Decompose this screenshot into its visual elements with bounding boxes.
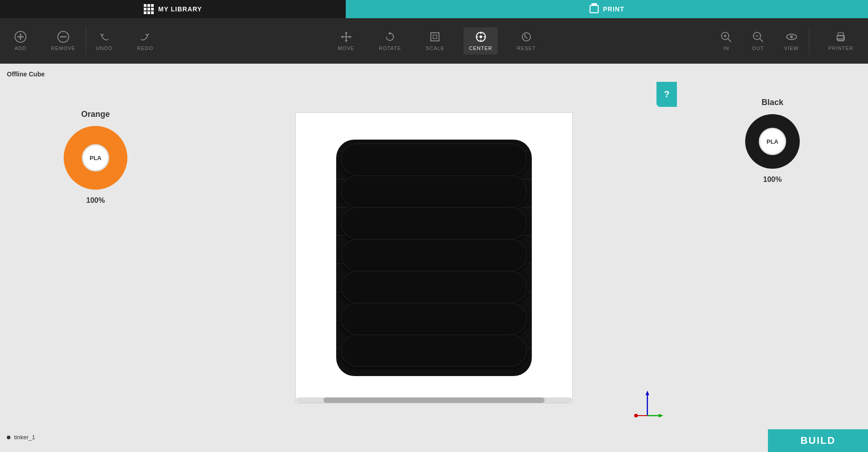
redo-label: REDO <box>137 45 153 51</box>
right-filament-display: Black PLA 100% <box>745 98 800 184</box>
right-tools: PRINTER <box>823 27 859 55</box>
add-icon <box>15 31 26 43</box>
svg-marker-37 <box>659 414 663 417</box>
layer-7 <box>341 334 527 367</box>
help-button[interactable]: ? <box>656 82 677 107</box>
left-filament-name: Orange <box>81 110 110 119</box>
object-name: tinker_1 <box>14 434 35 441</box>
zoom-out-button[interactable]: OUT <box>747 27 769 55</box>
redo-icon <box>139 31 151 43</box>
build-button[interactable]: BUILD <box>768 429 868 452</box>
print-label: PRINT <box>603 5 625 13</box>
print-bed[interactable] <box>295 112 573 403</box>
svg-line-22 <box>728 39 731 42</box>
left-filament-type: PLA <box>90 155 101 161</box>
view-button[interactable]: VIEW <box>779 27 804 55</box>
zoom-in-icon <box>720 31 732 43</box>
library-label: MY LIBRARY <box>158 5 202 13</box>
help-label: ? <box>664 89 669 100</box>
layer-5 <box>341 271 527 303</box>
undo-button[interactable]: UNDO <box>91 27 118 55</box>
layer-6 <box>341 302 527 335</box>
panel-title: Offline Cube <box>7 70 184 78</box>
right-filament-spool[interactable]: PLA <box>745 114 800 169</box>
layer-3 <box>341 207 527 240</box>
remove-button[interactable]: REMOVE <box>45 27 81 55</box>
right-filament-type: PLA <box>767 138 778 145</box>
scale-icon <box>429 31 441 43</box>
add-label: ADD <box>15 45 26 51</box>
tool-group-history: UNDO REDO <box>91 27 159 55</box>
bed-scrollbar[interactable] <box>296 397 572 403</box>
undo-icon <box>98 31 110 43</box>
zoom-in-button[interactable]: IN <box>715 27 737 55</box>
svg-point-39 <box>634 414 638 417</box>
list-bullet <box>7 436 10 439</box>
rotate-label: ROTATE <box>379 45 401 51</box>
printer-icon <box>835 31 847 43</box>
main-content: Offline Cube Orange PLA 100% tinker_1 <box>0 64 868 452</box>
layer-2 <box>341 175 527 208</box>
move-icon <box>340 31 352 43</box>
view-label: VIEW <box>784 45 799 51</box>
svg-point-33 <box>843 37 844 38</box>
remove-icon <box>57 31 69 43</box>
svg-rect-12 <box>431 33 439 41</box>
rotate-button[interactable]: ROTATE <box>373 27 407 55</box>
svg-point-20 <box>522 33 530 41</box>
svg-rect-13 <box>433 35 437 39</box>
svg-marker-8 <box>345 40 348 42</box>
remove-label: REMOVE <box>51 45 76 51</box>
header: MY LIBRARY PRINT <box>0 0 868 18</box>
object-list: tinker_1 <box>7 434 184 445</box>
print-icon <box>590 5 599 13</box>
grid-icon <box>144 4 154 14</box>
svg-point-15 <box>479 35 482 38</box>
separator-1 <box>86 27 86 55</box>
right-filament-percent: 100% <box>763 176 782 184</box>
layer-1 <box>341 143 527 176</box>
toolbar: ADD REMOVE UNDO REDO <box>0 18 868 64</box>
svg-marker-35 <box>646 391 649 395</box>
right-filament-name: Black <box>762 98 783 107</box>
library-tab[interactable]: MY LIBRARY <box>0 0 346 18</box>
reset-label: RESET <box>517 45 536 51</box>
scale-label: SCALE <box>426 45 444 51</box>
reset-icon <box>520 31 532 43</box>
redo-button[interactable]: REDO <box>131 27 159 55</box>
undo-label: UNDO <box>96 45 112 51</box>
list-item[interactable]: tinker_1 <box>7 434 184 441</box>
svg-marker-7 <box>345 31 348 34</box>
svg-line-26 <box>760 39 763 42</box>
svg-marker-10 <box>349 35 352 38</box>
left-filament-spool[interactable]: PLA <box>64 126 127 190</box>
svg-point-29 <box>790 35 793 38</box>
view-icon <box>786 31 797 43</box>
center-icon <box>475 31 487 43</box>
reset-button[interactable]: RESET <box>511 27 541 55</box>
left-filament-display: Orange PLA 100% <box>7 110 184 205</box>
move-button[interactable]: MOVE <box>333 27 360 55</box>
build-label: BUILD <box>800 435 835 447</box>
axes-indicator <box>631 388 663 420</box>
center-button[interactable]: CENTER <box>464 27 498 55</box>
move-label: MOVE <box>338 45 354 51</box>
tool-group-transform: MOVE ROTATE SCALE CE <box>333 27 541 55</box>
printer-button[interactable]: PRINTER <box>823 27 859 55</box>
right-spool-inner: PLA <box>759 128 786 155</box>
center-label: CENTER <box>469 45 492 51</box>
right-panel: Black PLA 100% <box>677 64 868 452</box>
rotate-icon <box>384 31 396 43</box>
layer-4 <box>341 239 527 271</box>
scale-button[interactable]: SCALE <box>420 27 450 55</box>
add-button[interactable]: ADD <box>9 27 32 55</box>
in-label: IN <box>723 45 729 51</box>
canvas-area[interactable] <box>191 64 677 452</box>
print-tab[interactable]: PRINT <box>346 0 868 18</box>
scrollbar-thumb[interactable] <box>323 397 545 403</box>
printer-label: PRINTER <box>828 45 853 51</box>
tool-group-left: ADD REMOVE <box>9 27 81 55</box>
svg-marker-9 <box>341 35 343 38</box>
left-filament-percent: 100% <box>86 196 105 205</box>
print-object <box>336 140 532 376</box>
